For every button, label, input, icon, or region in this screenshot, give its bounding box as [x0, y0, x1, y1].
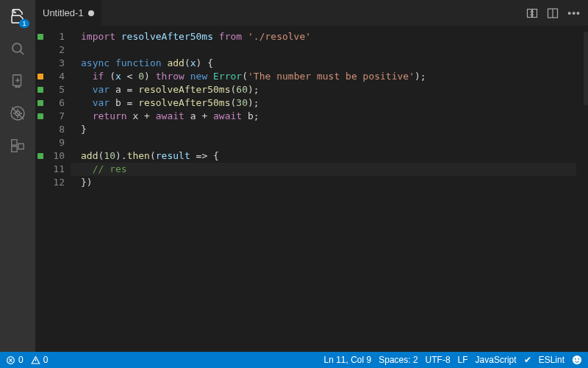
svg-point-13 [578, 358, 579, 360]
status-eol[interactable]: LF [458, 355, 468, 365]
svg-rect-7 [528, 9, 532, 17]
editor-body[interactable]: 123456789101112 import resolveAfter50ms … [35, 26, 588, 352]
tab-bar: Untitled-1 ••• [35, 0, 588, 26]
explorer-badge: 1 [19, 19, 29, 28]
more-actions-icon[interactable]: ••• [567, 7, 581, 19]
status-warnings[interactable]: 0 [31, 355, 49, 365]
tab-untitled-1[interactable]: Untitled-1 [35, 0, 102, 26]
search-icon[interactable] [7, 38, 28, 59]
status-errors[interactable]: 0 [6, 355, 24, 365]
tab-dirty-dot-icon [88, 10, 94, 16]
svg-rect-5 [12, 146, 17, 152]
line-numbers: 123456789101112 [46, 26, 71, 352]
extensions-icon[interactable] [7, 135, 28, 156]
status-bar: 0 0 Ln 11, Col 9 Spaces: 2 UTF-8 LF Java… [0, 352, 588, 368]
status-language[interactable]: JavaScript [476, 355, 517, 365]
activity-bar: 1 [0, 0, 35, 352]
svg-rect-8 [533, 9, 537, 17]
svg-point-12 [575, 358, 576, 360]
debug-icon[interactable] [7, 103, 28, 124]
source-control-icon[interactable] [7, 71, 28, 91]
tab-title: Untitled-1 [43, 7, 84, 18]
status-feedback-icon[interactable] [572, 355, 582, 365]
status-eslint[interactable]: ESLint [539, 355, 564, 365]
minimap[interactable] [582, 26, 588, 352]
status-indent[interactable]: Spaces: 2 [379, 355, 417, 365]
status-check-icon[interactable]: ✔ [524, 355, 531, 365]
svg-point-11 [573, 355, 581, 364]
compare-changes-icon[interactable] [526, 7, 538, 19]
explorer-icon[interactable]: 1 [7, 6, 28, 26]
status-encoding[interactable]: UTF-8 [426, 355, 451, 365]
code-area[interactable]: import resolveAfter50ms from './resolve'… [71, 26, 582, 352]
svg-rect-6 [18, 144, 24, 149]
svg-point-0 [12, 43, 21, 52]
gutter-markers [35, 26, 46, 352]
status-cursor-position[interactable]: Ln 11, Col 9 [324, 355, 372, 365]
svg-rect-4 [12, 140, 17, 145]
split-editor-icon[interactable] [547, 7, 559, 19]
